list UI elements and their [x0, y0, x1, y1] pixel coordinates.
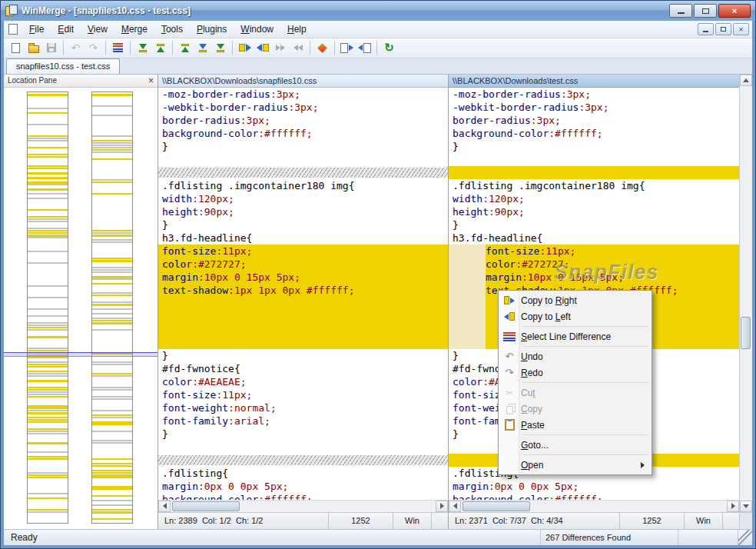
scrollbar-thumb[interactable]: [172, 501, 240, 511]
menu-item-label: Undo: [521, 351, 543, 362]
tab-snapfiles10-test[interactable]: snapfiles10.css - test.css: [6, 58, 120, 74]
leading-whitespace-diff: [449, 310, 486, 323]
code-line: text-shadow:1px 1px 0px #ffffff;: [158, 284, 448, 297]
scroll-right-button[interactable]: [436, 501, 448, 512]
scroll-left-button[interactable]: [449, 501, 461, 512]
toolbar-separator: [334, 41, 335, 55]
scrollbar-thumb[interactable]: [463, 501, 530, 511]
menu-plugins[interactable]: Plugins: [190, 22, 234, 37]
previous-difference-button[interactable]: [151, 40, 169, 56]
code-line: }: [449, 140, 739, 153]
context-menu-item-open[interactable]: Open: [500, 457, 650, 473]
menu-file[interactable]: File: [22, 22, 51, 37]
scroll-right-button[interactable]: [727, 501, 739, 512]
left-horizontal-scrollbar[interactable]: [158, 500, 448, 512]
next-difference-button[interactable]: [134, 40, 151, 56]
code-line: [158, 153, 448, 166]
menu-window[interactable]: Window: [234, 22, 280, 37]
open-file-button[interactable]: [25, 40, 42, 56]
code-line: }: [158, 428, 448, 441]
code-line: [158, 310, 448, 323]
first-difference-button[interactable]: [176, 40, 194, 56]
copy-all-left-button[interactable]: [356, 40, 373, 56]
context-menu-item-redo[interactable]: Redo: [500, 364, 650, 381]
copy-right-and-advance-icon: [276, 45, 285, 51]
mdi-restore-button[interactable]: [715, 23, 731, 35]
right-horizontal-scrollbar[interactable]: [449, 500, 739, 512]
select-line-difference-icon: [113, 43, 123, 52]
code-line: [449, 153, 739, 166]
scroll-left-button[interactable]: [158, 501, 171, 512]
code-line: border-radius:3px;: [449, 114, 739, 127]
menu-tools[interactable]: Tools: [154, 22, 190, 37]
leading-whitespace-diff: [449, 271, 486, 284]
auto-merge-button[interactable]: [313, 40, 331, 56]
arrow-up-icon: [743, 78, 749, 82]
refresh-button[interactable]: [380, 40, 398, 56]
title-bar: WinMerge - [snapfiles10.css - test.css] …: [1, 1, 755, 21]
last-difference-button[interactable]: [211, 40, 229, 56]
scroll-up-button[interactable]: [740, 75, 752, 86]
context-menu-item-undo[interactable]: Undo: [500, 348, 650, 364]
scrollbar-track[interactable]: [171, 501, 436, 512]
mdi-close-button[interactable]: ×: [733, 23, 749, 35]
new-file-button[interactable]: [7, 40, 25, 56]
context-menu-item-goto[interactable]: Goto...: [500, 437, 650, 453]
context-menu-item-paste[interactable]: Paste: [500, 417, 650, 433]
menu-item-label: Copy to Right: [521, 295, 577, 306]
location-pane-close-icon[interactable]: ×: [148, 77, 154, 85]
right-caret-position: Ln: 2371 Col: 7/37 Ch: 4/34: [449, 513, 619, 529]
arrow-icon: [181, 47, 189, 52]
arrow-down-icon: [743, 504, 749, 508]
menu-item-label: Copy to Left: [521, 311, 571, 322]
copy-left-button[interactable]: [254, 40, 271, 56]
menu-separator: [523, 454, 648, 455]
scrollbar-thumb[interactable]: [741, 317, 751, 349]
save-button: [42, 40, 60, 56]
new-file-icon: [12, 43, 20, 53]
left-code-area[interactable]: -moz-border-radius:3px;-webkit-border-ra…: [158, 88, 448, 500]
mdi-restore-icon: [721, 27, 726, 32]
copy-all-right-icon: [340, 43, 353, 53]
menu-merge[interactable]: Merge: [114, 22, 154, 37]
copy-right-button[interactable]: [236, 40, 254, 56]
location-map-right[interactable]: [91, 92, 133, 524]
skipped-lines-marker: [158, 455, 448, 465]
context-menu-item-copy-to-right[interactable]: Copy to Right: [500, 292, 650, 308]
copy-all-right-button[interactable]: [338, 40, 356, 56]
tab-bar: snapfiles10.css - test.css: [4, 58, 752, 75]
code-line: }: [449, 218, 739, 231]
minimize-button[interactable]: [669, 4, 692, 18]
mdi-minimize-button[interactable]: [698, 23, 714, 35]
vertical-scrollbar[interactable]: [740, 75, 752, 529]
close-button[interactable]: ×: [718, 4, 751, 18]
last-difference-icon: [217, 44, 224, 52]
menu-help[interactable]: Help: [280, 22, 313, 37]
current-difference-button[interactable]: [194, 40, 211, 56]
copy-to-right-icon: [503, 294, 516, 307]
code-line: #fd-fwnotice{: [158, 362, 448, 375]
context-menu-item-copy-to-left[interactable]: Copy to Left: [500, 308, 650, 324]
resize-grip[interactable]: [738, 530, 752, 545]
menu-edit[interactable]: Edit: [51, 22, 81, 37]
code-line: }: [158, 140, 448, 153]
menu-view[interactable]: View: [81, 22, 114, 37]
scroll-down-button[interactable]: [740, 501, 752, 512]
minimize-icon: [678, 12, 685, 14]
differences-count: 267 Differences Found: [540, 530, 678, 545]
leading-whitespace-diff: [449, 323, 486, 336]
maximize-button[interactable]: [694, 4, 717, 18]
location-map-left[interactable]: [27, 92, 68, 524]
current-difference-icon: [199, 44, 207, 52]
mdi-document-icon[interactable]: [8, 24, 18, 35]
maximize-icon: [702, 8, 709, 14]
arrow-left-icon: [453, 503, 457, 509]
scrollbar-track[interactable]: [461, 501, 727, 512]
undo-icon: [503, 351, 516, 363]
context-menu-item-select-line-difference[interactable]: Select Line Difference: [500, 328, 650, 344]
mdi-window-controls: ×: [698, 23, 749, 35]
select-line-difference-button[interactable]: [109, 40, 127, 56]
menu-separator: [523, 326, 648, 327]
arrow-right-icon: [731, 503, 735, 509]
scrollbar-track[interactable]: [740, 86, 752, 501]
